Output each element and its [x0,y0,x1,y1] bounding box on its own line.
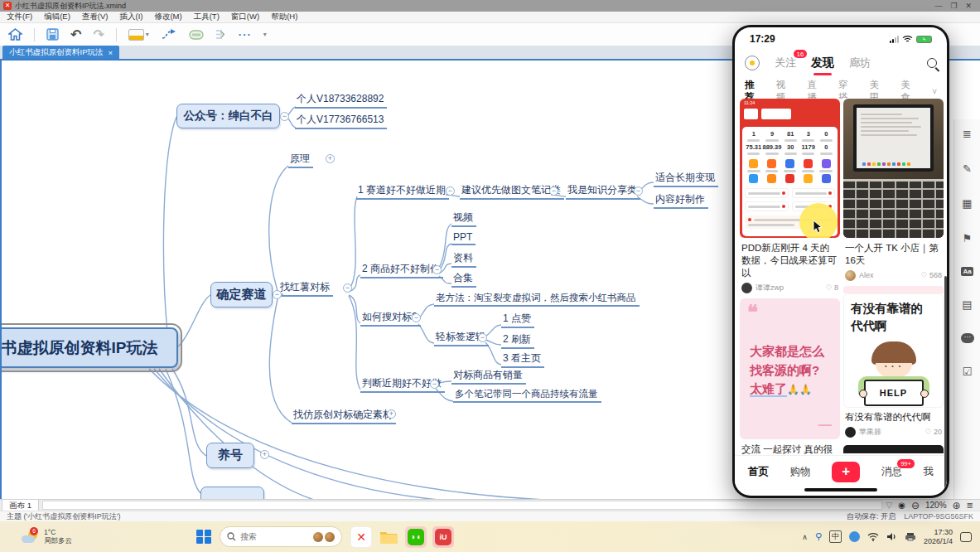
card-title[interactable]: 交流 一起探讨 真的很急 不懂就问有问必答 [740,439,840,455]
chevron-down-icon[interactable]: ˅ [932,87,937,96]
menu-modify[interactable]: 修改(M) [154,12,181,22]
collapse-icon[interactable]: − [432,265,442,274]
feed-card-help[interactable]: 有没有靠谱的 代代啊 • • • HELP 有没有靠谱的代代啊 [843,293,944,443]
topic-dianzan[interactable]: 1 点赞 [501,312,534,328]
menu-file[interactable]: 文件(F) [7,12,32,22]
zoom-level[interactable]: 120% [925,501,947,510]
card-author[interactable]: Alex [859,271,874,279]
collapse-icon[interactable]: − [273,290,282,299]
comment-icon[interactable]: ⋯ [961,333,974,343]
tray-chevron-icon[interactable]: ∧ [802,533,808,541]
topic-fangyuanchuang-sucai[interactable]: 找仿原创对标确定素材 [292,408,396,424]
expand-icon[interactable]: + [387,409,396,419]
collapse-icon[interactable]: − [412,313,421,322]
minimize-button[interactable]: — [934,2,942,10]
summary-icon[interactable] [215,28,227,41]
tab-follow[interactable]: 关注 16 [775,56,796,70]
topic-laofangfa[interactable]: 老方法：淘宝裂变虚拟词，然后搜索小红书商品 [434,292,640,307]
phone-mirror-window[interactable]: 17:29 ϟ 关注 16 发现 廊坊 推荐 视频 [732,25,949,498]
topic-personal-v2[interactable]: 个人V17736766513 [295,113,387,129]
collapse-icon[interactable]: − [430,380,439,389]
topic-ziliao[interactable]: 资料 [451,251,476,268]
insert-image-icon[interactable]: ▦ [962,197,972,210]
taskbar-weather-widget[interactable]: 6 1°C 局部多云 [0,529,72,545]
topic-zhishi-fenxiang[interactable]: 我是知识分享类 [566,183,640,200]
menu-tools[interactable]: 工具(T) [194,12,220,22]
phone-search-icon[interactable] [927,58,937,68]
volume-icon[interactable] [886,532,897,541]
collapse-icon[interactable]: − [478,333,487,342]
undo-icon[interactable]: ↶ [70,27,81,42]
collapse-icon[interactable]: − [280,112,289,121]
feed-card-quote[interactable]: ❝ 大家都是怎么 找客源的啊? 太难了🙏🙏 — 交流 一起探讨 真的很急 不懂就… [740,298,840,455]
topic-yanghao[interactable]: 养号 [206,443,254,468]
expand-icon[interactable]: + [260,450,269,459]
topic-ppt[interactable]: PPT [451,231,476,245]
zoom-in-icon[interactable]: ⊕ [953,500,961,511]
expand-icon[interactable]: + [326,154,335,163]
tab-shop[interactable]: 购物 [790,465,811,479]
mirror-scrollbar[interactable] [944,276,947,496]
fit-map-icon[interactable]: ≣ [967,501,973,510]
more-tools-caret-icon[interactable]: ▾ [263,31,267,38]
collapse-icon[interactable]: − [446,186,455,196]
redo-icon[interactable]: ↷ [93,27,104,42]
tray-ime-icon[interactable]: 中 [829,530,842,543]
topic-neirong-haozhizuo[interactable]: 内容好制作 [654,192,708,209]
style-icon[interactable]: ▾ [128,29,149,41]
like-icon[interactable]: ♡ [924,428,931,436]
central-topic[interactable]: 小红书虚拟原创资料IP玩法 [0,327,178,368]
menu-insert[interactable]: 插入(I) [119,12,142,22]
save-icon[interactable] [46,28,59,41]
topic-changqi-bianxian[interactable]: 适合长期变现 [654,171,718,187]
topic-zhao-hongshu-duibiao[interactable]: 找红薯对标 [278,280,333,297]
format-brush-icon[interactable]: ✎ [963,162,972,175]
maximize-button[interactable]: ❐ [950,2,957,10]
card-author[interactable]: 苹果腓 [859,427,881,438]
taskbar-clock[interactable]: 17:30 2026/1/4 [924,528,953,546]
taskbar-explorer-icon[interactable] [378,526,399,548]
topic-shipin[interactable]: 视频 [451,211,476,227]
topic-duibiao-xiaoliang[interactable]: 对标商品有销量 [451,368,526,385]
relationship-icon[interactable] [161,29,177,41]
topic-personal-v1[interactable]: 个人V18733628892 [295,92,387,109]
collapse-icon[interactable]: − [634,186,643,196]
marker-flag-icon[interactable]: ⚑ [963,232,973,245]
menu-view[interactable]: 查看(V) [82,12,109,22]
avatar[interactable] [845,270,856,281]
search-input[interactable] [240,532,298,541]
topic-gongzhonghao[interactable]: 公众号：绅白不白 [176,104,280,128]
collapse-icon[interactable]: − [549,186,558,196]
topic-queding-saidao[interactable]: 确定赛道 [210,282,273,307]
tab-me[interactable]: 我 [924,465,934,479]
feed-card-tk[interactable]: 一个人开 TK 小店｜第16天 Alex ♡ 568 [843,99,944,286]
document-tab[interactable]: 小红书虚拟原创资料IP玩法 × [2,46,119,59]
topic-saidao-haobuhao[interactable]: 1 赛道好不好做近期 [356,183,449,200]
tray-app-icon[interactable] [849,531,860,542]
feed-card-pdd[interactable]: 11:24 1 9 81 3 0 [740,99,840,298]
wifi-icon[interactable] [867,532,879,541]
boundary-icon[interactable] [189,29,204,41]
taskbar-xmind-icon[interactable]: ✕ [350,526,372,548]
tray-location-icon[interactable]: ⚲ [815,531,822,542]
home-icon[interactable] [8,28,22,41]
topic-shuaxin[interactable]: 2 刷新 [501,332,534,349]
start-button[interactable] [196,530,211,545]
tab-messages[interactable]: 消息 99+ [881,465,902,479]
topic-heji[interactable]: 合集 [451,271,476,288]
card-title[interactable]: 有没有靠谱的代代啊 [843,408,944,425]
live-camera-icon[interactable] [745,56,760,70]
outline-structure-icon[interactable]: ≣ [963,128,972,140]
zoom-out-icon[interactable]: ⊖ [911,500,920,511]
taskbar-red-app-icon[interactable]: iU [432,526,454,548]
topic-clipped-bottom[interactable] [200,487,264,499]
more-tools-icon[interactable]: ··· [239,28,252,41]
collapse-icon[interactable]: − [343,283,352,293]
taskbar-wechat-icon[interactable]: ◗◖ [405,526,427,548]
taskbar-search[interactable] [220,526,342,547]
tab-close-icon[interactable]: × [108,48,113,57]
printer-icon[interactable] [905,532,916,541]
task-checkbox-icon[interactable]: ☑ [963,366,973,378]
topic-kanzhuye[interactable]: 3 看主页 [501,351,544,368]
tab-discover[interactable]: 发现 [811,56,834,70]
